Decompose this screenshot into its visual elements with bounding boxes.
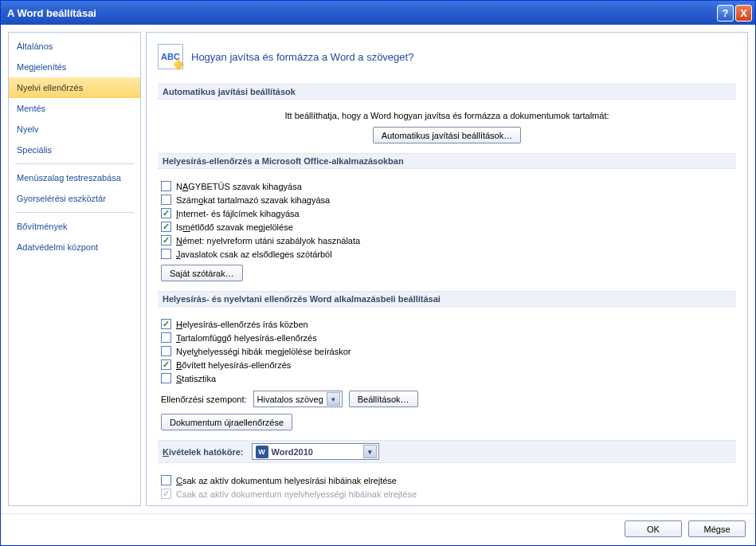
checkbox[interactable] bbox=[161, 222, 171, 232]
exceptions-label: Kivételek hatóköre: bbox=[163, 447, 244, 457]
autocorrect-desc: Itt beállíthatja, hogy a Word hogyan jav… bbox=[284, 111, 609, 120]
checkbox-row[interactable]: Csak az aktív dokumentum helyesírási hib… bbox=[161, 474, 733, 486]
checkbox-row[interactable]: Bővített helyesírás-ellenőrzés bbox=[161, 359, 733, 371]
section-exceptions-header: Kivételek hatóköre: W Word2010 ▾ bbox=[158, 440, 736, 463]
custom-dictionaries-button-label: Saját szótárak… bbox=[170, 269, 234, 278]
word-doc-icon: W bbox=[256, 446, 268, 458]
body-area: ÁltalánosMegjelenítésNyelvi ellenőrzésMe… bbox=[1, 25, 755, 513]
ok-button[interactable]: OK bbox=[625, 520, 682, 537]
sidebar-item[interactable]: Nyelvi ellenőrzés bbox=[9, 77, 140, 98]
checkbox-row: Csak az aktív dokumentum nyelvhelyességi… bbox=[161, 488, 733, 500]
window-title: A Word beállításai bbox=[7, 7, 96, 19]
chevron-down-icon: ▾ bbox=[363, 445, 377, 458]
sidebar-item[interactable]: Bővítmények bbox=[9, 216, 140, 237]
checkbox-label: Statisztika bbox=[176, 374, 216, 383]
checkbox-label: Csak az aktív dokumentum helyesírási hib… bbox=[176, 476, 397, 485]
grammar-settings-button[interactable]: Beállítások… bbox=[349, 391, 418, 407]
section-autocorrect-body: Itt beállíthatja, hogy a Word hogyan jav… bbox=[158, 106, 736, 147]
checkbox-label: Ismétlődő szavak megjelölése bbox=[176, 222, 293, 232]
page-heading-text: Hogyan javítsa és formázza a Word a szöv… bbox=[191, 51, 413, 63]
checkbox-label: Nyelvhelyességi hibák megjelölése beírás… bbox=[176, 347, 351, 356]
section-word-spell-body: Helyesírás-ellenőrzés írás közbenTartalo… bbox=[158, 313, 736, 434]
sidebar-item[interactable]: Menüszalag testreszabása bbox=[9, 167, 140, 188]
section-office-spell-header: Helyesírás-ellenőrzés a Microsoft Office… bbox=[158, 153, 736, 169]
word-options-window: A Word beállításai ? X ÁltalánosMegjelen… bbox=[0, 0, 756, 546]
chevron-down-icon: ▾ bbox=[327, 392, 340, 406]
sidebar-separator bbox=[15, 212, 134, 213]
sidebar-item[interactable]: Adatvédelmi központ bbox=[9, 237, 140, 257]
sidebar-item[interactable]: Nyelv bbox=[9, 119, 140, 139]
exceptions-scope-value: Word2010 bbox=[272, 447, 313, 457]
sidebar-separator bbox=[15, 163, 134, 164]
section-office-spell-body: NAGYBETŰS szavak kihagyásaSzámokat tarta… bbox=[158, 175, 736, 285]
checkbox[interactable] bbox=[161, 181, 171, 191]
checkbox-label: Tartalomfüggő helyesírás-ellenőrzés bbox=[176, 333, 317, 343]
custom-dictionaries-button[interactable]: Saját szótárak… bbox=[161, 265, 243, 281]
checkbox[interactable] bbox=[161, 373, 171, 383]
sidebar-item[interactable]: Általános bbox=[9, 36, 140, 57]
checkbox[interactable] bbox=[161, 332, 171, 343]
checkbox-row[interactable]: NAGYBETŰS szavak kihagyása bbox=[161, 180, 733, 192]
checkbox-row[interactable]: Német: nyelvreform utáni szabályok haszn… bbox=[161, 234, 733, 246]
writing-style-value: Hivatalos szöveg bbox=[257, 395, 323, 404]
checkbox bbox=[161, 489, 171, 499]
spellcheck-icon: ABC bbox=[158, 44, 183, 69]
page-heading: ABC Hogyan javítsa és formázza a Word a … bbox=[158, 41, 736, 77]
checkbox-row[interactable]: Számokat tartalmazó szavak kihagyása bbox=[161, 194, 733, 206]
checkbox-label: Javaslatok csak az elsődleges szótárból bbox=[176, 249, 332, 259]
grammar-settings-button-label: Beállítások… bbox=[358, 395, 409, 404]
titlebar: A Word beállításai ? X bbox=[1, 1, 755, 25]
section-autocorrect-header: Automatikus javítási beállítások bbox=[158, 84, 736, 100]
checkbox-label: Csak az aktív dokumentum nyelvhelyességi… bbox=[176, 489, 417, 499]
help-button[interactable]: ? bbox=[717, 5, 734, 22]
autocorrect-options-button-label: Automatikus javítási beállítások… bbox=[382, 131, 512, 140]
checkbox[interactable] bbox=[161, 346, 171, 356]
sidebar-item[interactable]: Mentés bbox=[9, 98, 140, 119]
autocorrect-options-button[interactable]: Automatikus javítási beállítások… bbox=[373, 127, 521, 143]
checkbox-label: Német: nyelvreform utáni szabályok haszn… bbox=[176, 236, 360, 246]
checkbox-label: Számokat tartalmazó szavak kihagyása bbox=[176, 195, 330, 205]
main-panel: ABC Hogyan javítsa és formázza a Word a … bbox=[146, 32, 748, 506]
writing-style-row: Ellenőrzési szempont:Hivatalos szöveg▾Be… bbox=[161, 391, 733, 407]
checkbox-row[interactable]: Tartalomfüggő helyesírás-ellenőrzés bbox=[161, 332, 733, 344]
checkbox[interactable] bbox=[161, 359, 171, 370]
cancel-button-label: Mégse bbox=[703, 524, 730, 534]
sidebar-item[interactable]: Gyorselérési eszköztár bbox=[9, 188, 140, 209]
exceptions-scope-combo[interactable]: W Word2010 ▾ bbox=[252, 443, 379, 460]
ok-button-label: OK bbox=[647, 524, 660, 534]
checkbox[interactable] bbox=[161, 249, 171, 259]
writing-style-label: Ellenőrzési szempont: bbox=[161, 395, 247, 404]
checkbox-label: Internet- és fájlcímek kihagyása bbox=[176, 209, 300, 218]
checkbox-label: Helyesírás-ellenőrzés írás közben bbox=[176, 320, 308, 329]
checkbox-row[interactable]: Ismétlődő szavak megjelölése bbox=[161, 221, 733, 233]
section-exceptions-body: Csak az aktív dokumentum helyesírási hib… bbox=[158, 469, 736, 503]
category-sidebar: ÁltalánosMegjelenítésNyelvi ellenőrzésMe… bbox=[8, 32, 141, 506]
sidebar-item[interactable]: Speciális bbox=[9, 139, 140, 160]
checkbox-label: Bővített helyesírás-ellenőrzés bbox=[176, 360, 291, 370]
checkbox-row[interactable]: Javaslatok csak az elsődleges szótárból bbox=[161, 248, 733, 260]
checkbox-label: NAGYBETŰS szavak kihagyása bbox=[176, 182, 302, 191]
checkbox[interactable] bbox=[161, 319, 171, 329]
dialog-footer: OK Mégse bbox=[1, 513, 755, 545]
sidebar-item[interactable]: Megjelenítés bbox=[9, 57, 140, 77]
writing-style-combo[interactable]: Hivatalos szöveg▾ bbox=[253, 391, 343, 407]
checkbox[interactable] bbox=[161, 208, 171, 218]
checkbox-row[interactable]: Statisztika bbox=[161, 372, 733, 384]
checkbox-row[interactable]: Internet- és fájlcímek kihagyása bbox=[161, 207, 733, 219]
recheck-document-button[interactable]: Dokumentum újraellenőrzése bbox=[161, 414, 292, 430]
close-button[interactable]: X bbox=[735, 5, 752, 22]
checkbox[interactable] bbox=[161, 475, 171, 485]
cancel-button[interactable]: Mégse bbox=[688, 520, 746, 537]
checkbox-row[interactable]: Nyelvhelyességi hibák megjelölése beírás… bbox=[161, 345, 733, 357]
checkbox[interactable] bbox=[161, 235, 171, 246]
checkbox-row[interactable]: Helyesírás-ellenőrzés írás közben bbox=[161, 318, 733, 330]
checkbox[interactable] bbox=[161, 194, 171, 205]
section-word-spell-header: Helyesírás- és nyelvtani ellenőrzés Word… bbox=[158, 291, 736, 307]
recheck-document-button-label: Dokumentum újraellenőrzése bbox=[170, 418, 284, 427]
